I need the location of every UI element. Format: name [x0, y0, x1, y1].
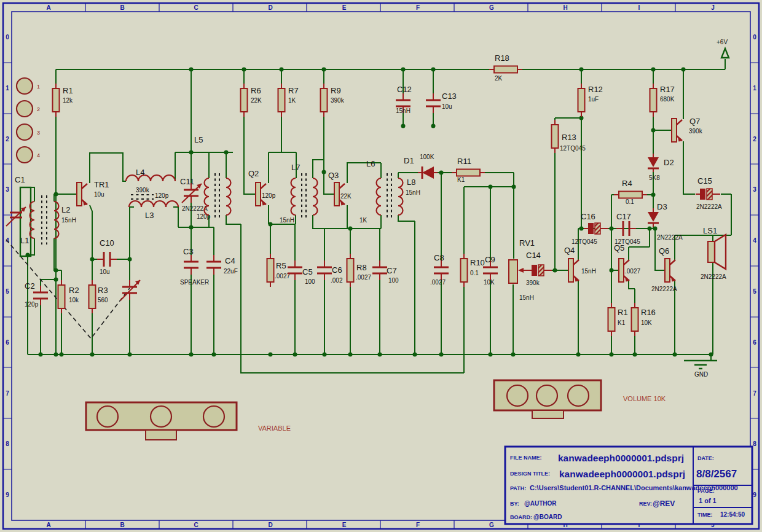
component-Q5[interactable]: Q5 .0027: [614, 243, 640, 282]
svg-text:R3: R3: [98, 286, 108, 295]
component-T3-L7[interactable]: L7 15nH: [280, 163, 318, 224]
component-D1[interactable]: D1 100K: [404, 154, 438, 179]
svg-text:3: 3: [37, 130, 40, 136]
svg-text:K1: K1: [618, 319, 626, 326]
svg-text:C11: C11: [180, 177, 194, 186]
component-Q7[interactable]: Q7 390k: [672, 117, 703, 142]
page-value: 1 of 1: [699, 497, 717, 504]
design-title-label: DESIGN TITLE:: [510, 471, 550, 477]
component-R16[interactable]: R16 10K: [632, 303, 656, 336]
rev-value: @REV: [653, 499, 675, 508]
svg-text:120p: 120p: [197, 213, 211, 220]
svg-text:D: D: [268, 4, 272, 11]
component-C16[interactable]: C16 12TQ045: [572, 212, 608, 245]
component-R13[interactable]: R13 12TQ045: [552, 120, 586, 153]
component-C15[interactable]: C15 2N2222A: [696, 176, 722, 210]
component-C12[interactable]: C12 15nH: [396, 85, 412, 114]
svg-text:100: 100: [388, 277, 399, 284]
svg-text:0.1: 0.1: [470, 270, 479, 276]
component-Q2[interactable]: Q2 120p: [248, 169, 276, 206]
component-C13[interactable]: C13 10u: [426, 92, 457, 113]
component-C4[interactable]: C4 22uF: [206, 255, 238, 275]
component-R3[interactable]: R3 560: [89, 280, 109, 313]
component-R1[interactable]: R1 12k: [53, 84, 74, 117]
pad-group[interactable]: 1 2 3 4: [17, 78, 40, 163]
component-L3[interactable]: L3: [129, 195, 178, 220]
svg-text:Q7: Q7: [689, 117, 700, 126]
rev-label: REV:: [639, 501, 652, 507]
component-C8[interactable]: C8 .0027: [430, 253, 449, 286]
component-LS1[interactable]: LS1 2N2222A: [701, 226, 726, 280]
component-C5[interactable]: C5 100: [288, 260, 315, 285]
svg-text:8: 8: [753, 440, 756, 447]
svg-text:R6: R6: [251, 86, 261, 95]
svg-text:390k: 390k: [689, 128, 703, 135]
svg-text:2N2222A: 2N2222A: [696, 203, 722, 210]
schematic-sheet: A B C D E F G H I J A B C D E F G H I J …: [0, 0, 762, 532]
component-Q3[interactable]: Q3 22K: [328, 171, 352, 206]
svg-text:R11: R11: [457, 157, 471, 166]
svg-text:R18: R18: [495, 53, 509, 63]
component-T1-L1-L2[interactable]: L1 L2 15nH: [20, 195, 76, 245]
component-C3[interactable]: C3 SPEAKER: [180, 247, 209, 286]
component-R11[interactable]: R11 K1: [452, 157, 485, 183]
component-R6[interactable]: R6 22K: [241, 84, 262, 117]
volume-connector[interactable]: VOLUME 10K: [494, 380, 666, 418]
svg-text:1: 1: [37, 84, 40, 90]
svg-text:10u: 10u: [94, 191, 104, 198]
schematic-canvas[interactable]: A B C D E F G H I J A B C D E F G H I J …: [0, 0, 762, 532]
svg-text:C: C: [194, 4, 198, 11]
component-R7[interactable]: R7 1K: [278, 84, 299, 117]
component-R5[interactable]: R5 .0027: [267, 254, 291, 287]
component-R4[interactable]: R4 0.1: [614, 179, 647, 205]
design-title-value: kanwadeeph0000001.pdsprj: [559, 469, 685, 479]
svg-text:R5: R5: [276, 261, 286, 270]
component-T4-L6-L8[interactable]: L6 1K L8 15nH: [359, 159, 420, 224]
svg-text:Q2: Q2: [248, 169, 259, 178]
svg-text:Q6: Q6: [659, 246, 669, 256]
svg-text:G: G: [489, 4, 494, 11]
component-R15[interactable]: R1 K1: [608, 303, 628, 336]
component-R10[interactable]: R10 0.1: [461, 254, 485, 287]
svg-text:F: F: [416, 4, 420, 11]
svg-text:SPEAKER: SPEAKER: [180, 279, 209, 286]
time-label: TIME:: [697, 512, 713, 518]
svg-text:120p: 120p: [25, 301, 39, 308]
svg-text:C14: C14: [526, 251, 541, 260]
svg-text:C10: C10: [100, 238, 114, 248]
svg-text:L1: L1: [20, 236, 29, 245]
path-label: PATH:: [510, 485, 526, 491]
component-R2[interactable]: R2 10k: [58, 280, 80, 313]
svg-text:H: H: [563, 4, 567, 11]
svg-text:C3: C3: [183, 247, 194, 256]
svg-text:22uF: 22uF: [224, 268, 238, 275]
component-D2[interactable]: D2 5K8: [648, 154, 674, 181]
svg-text:7: 7: [6, 390, 9, 397]
component-C10[interactable]: C10 10u: [97, 238, 117, 275]
component-Q4[interactable]: Q4 15nH: [564, 246, 596, 282]
svg-text:15nH: 15nH: [581, 268, 596, 275]
svg-text:R2: R2: [69, 286, 79, 295]
svg-text:7: 7: [753, 390, 756, 397]
component-R8[interactable]: R8 .0027: [347, 254, 372, 287]
gnd-symbol[interactable]: GND: [684, 361, 717, 378]
svg-text:L3: L3: [145, 211, 154, 220]
gnd-label: GND: [694, 371, 708, 378]
svg-text:680K: 680K: [660, 96, 675, 103]
component-R12[interactable]: R12 1uF: [578, 84, 603, 117]
time-value: 12:54:50: [720, 511, 745, 518]
component-R17[interactable]: R17 680K: [650, 84, 675, 117]
component-C14[interactable]: C14 390k: [518, 251, 552, 286]
svg-text:1K: 1K: [288, 97, 296, 104]
component-R9[interactable]: R9 390k: [321, 84, 345, 117]
svg-text:C4: C4: [225, 256, 235, 265]
variable-connector[interactable]: VARIABLE: [86, 402, 291, 440]
trimmer-cap-icon[interactable]: [120, 280, 140, 300]
component-C7[interactable]: C7 100: [372, 260, 399, 284]
component-C6[interactable]: C6 .002: [317, 260, 343, 284]
vcc-symbol[interactable]: +6V: [717, 39, 729, 58]
svg-text:L8: L8: [407, 178, 415, 187]
component-TR1[interactable]: TR1 10u: [77, 180, 109, 206]
component-R18[interactable]: R18 2K: [489, 53, 522, 82]
component-C9[interactable]: C9 10K: [483, 255, 498, 286]
